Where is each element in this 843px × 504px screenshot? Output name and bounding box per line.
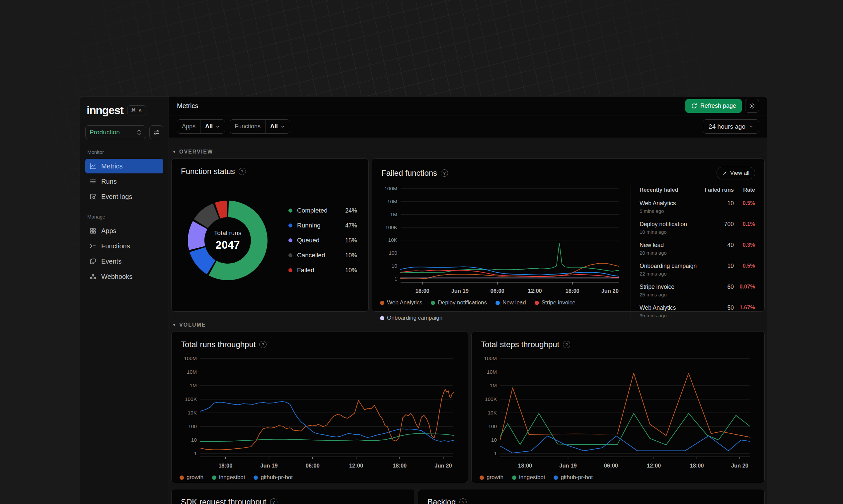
command-k-shortcut-badge[interactable]: ⌘ K — [127, 105, 146, 115]
legend-item[interactable]: growth — [179, 474, 204, 481]
failed-function-time: 10 mins ago — [639, 229, 703, 235]
svg-text:100: 100 — [389, 250, 397, 256]
sdk-request-throughput-card: SDK request throughput ? — [171, 489, 415, 504]
failed-function-time: 22 mins ago — [639, 271, 703, 276]
table-row[interactable]: Web Analytics 35 mins ago 50 1.67% — [639, 304, 755, 318]
sidebar-item-label: Metrics — [101, 162, 122, 170]
svg-text:Jun 20: Jun 20 — [731, 463, 749, 469]
help-icon[interactable]: ? — [270, 498, 277, 504]
legend-item[interactable]: Failed 10% — [288, 267, 357, 274]
card-title: Total steps throughput — [481, 340, 559, 349]
refresh-page-button[interactable]: Refresh page — [685, 99, 742, 113]
table-row[interactable]: Stripe invoice 25 mins ago 60 0.07% — [639, 284, 755, 298]
apps-filter[interactable]: Apps All — [177, 119, 225, 133]
legend-label: github-pr-bot — [561, 474, 592, 481]
legend-item[interactable]: Onboarding campaign — [380, 315, 443, 321]
help-icon[interactable]: ? — [459, 498, 467, 504]
legend-percent: 15% — [345, 237, 357, 244]
svg-text:18:00: 18:00 — [690, 463, 704, 469]
table-row[interactable]: Onboarding campaign 22 mins ago 10 0.5% — [639, 263, 755, 276]
collapse-triangle-icon[interactable]: ▾ — [173, 149, 175, 154]
svg-text:18:00: 18:00 — [218, 463, 232, 469]
legend-dot-icon — [288, 223, 292, 228]
sidebar-item-webhooks[interactable]: Webhooks — [85, 269, 163, 284]
table-row[interactable]: Web Analytics 5 mins ago 10 0.5% — [639, 200, 755, 214]
webhook-icon — [89, 273, 97, 280]
functions-filter[interactable]: Functions All — [230, 119, 290, 133]
svg-text:10M: 10M — [187, 369, 197, 375]
help-icon[interactable]: ? — [239, 168, 246, 175]
help-icon[interactable]: ? — [441, 169, 448, 177]
failed-runs-count: 40 — [703, 242, 734, 249]
svg-text:100M: 100M — [184, 356, 197, 361]
table-row[interactable]: Deploy notification 10 mins ago 700 0.1% — [639, 221, 755, 235]
column-header-rate: Rate — [734, 187, 755, 193]
sidebar-item-events[interactable]: Events — [85, 254, 163, 269]
refresh-page-label: Refresh page — [700, 103, 736, 109]
chart-line-icon — [89, 162, 97, 170]
volume-section-header: ▾ VOLUME — [173, 322, 763, 328]
svg-text:1M: 1M — [489, 383, 497, 388]
total-runs-throughput-card: Total runs throughput ? 11010010K100K1M1… — [171, 331, 468, 483]
table-row[interactable]: New lead 20 mins ago 40 0.3% — [639, 242, 755, 256]
donut-center-value: 2047 — [216, 239, 240, 251]
svg-text:1M: 1M — [390, 212, 397, 217]
legend-item[interactable]: inngestbot — [212, 474, 245, 481]
legend-dot-icon — [179, 475, 184, 480]
svg-text:10K: 10K — [487, 410, 497, 415]
sidebar-item-event-logs[interactable]: Event logs — [85, 189, 163, 204]
chevron-down-icon — [216, 124, 220, 129]
legend-item[interactable]: Completed 24% — [288, 207, 357, 214]
sidebar-item-functions[interactable]: Functions — [85, 239, 163, 253]
legend-item[interactable]: Queued 15% — [288, 237, 357, 244]
apps-filter-value: All — [205, 123, 213, 130]
top-bar: Metrics Refresh page — [169, 96, 767, 115]
failed-function-cell: Web Analytics 35 mins ago — [639, 304, 703, 318]
failed-function-cell: Onboarding campaign 22 mins ago — [639, 263, 703, 276]
legend-percent: 10% — [345, 267, 357, 274]
sidebar-item-metrics[interactable]: Metrics — [85, 159, 163, 174]
view-all-button[interactable]: View all — [717, 167, 755, 179]
sidebar-item-label: Functions — [101, 242, 130, 250]
legend-item[interactable]: inngestbot — [512, 474, 545, 481]
legend-label: github-pr-bot — [260, 474, 292, 481]
failed-rate: 0.5% — [734, 200, 755, 206]
settings-button[interactable] — [745, 99, 759, 113]
external-arrow-icon — [722, 171, 727, 176]
legend-item[interactable]: New lead — [496, 300, 526, 306]
app-window: inngest ⌘ K Production Monitor — [80, 96, 767, 504]
help-icon[interactable]: ? — [259, 341, 266, 348]
tune-sliders-icon — [153, 129, 160, 136]
failed-runs-count: 10 — [703, 200, 734, 207]
refresh-icon — [691, 103, 697, 109]
legend-item[interactable]: growth — [480, 474, 503, 481]
legend-item[interactable]: Deploy notifications — [431, 300, 486, 306]
chevron-down-icon — [749, 124, 753, 129]
legend-dot-icon — [554, 475, 558, 480]
failed-function-name: Web Analytics — [639, 304, 703, 311]
environment-select[interactable]: Production — [85, 125, 146, 139]
collapse-triangle-icon[interactable]: ▾ — [173, 323, 175, 327]
legend-item[interactable]: Running 47% — [288, 222, 357, 229]
legend-dot-icon — [380, 301, 384, 305]
failed-function-cell: Stripe invoice 25 mins ago — [639, 284, 703, 298]
table-header: Recently failed Failed runs Rate — [639, 187, 755, 193]
svg-text:18:00: 18:00 — [393, 463, 407, 469]
svg-text:10: 10 — [392, 263, 398, 269]
legend-item[interactable]: github-pr-bot — [254, 474, 292, 481]
environment-filter-button[interactable] — [149, 125, 163, 139]
time-range-select[interactable]: 24 hours ago — [703, 119, 759, 133]
legend-item[interactable]: github-pr-bot — [554, 474, 592, 481]
legend-item[interactable]: Web Analytics — [380, 300, 422, 306]
legend-item[interactable]: Cancelled 10% — [288, 252, 357, 259]
svg-text:06:00: 06:00 — [306, 463, 320, 469]
svg-text:Jun 20: Jun 20 — [434, 463, 452, 469]
overview-section-header: ▾ OVERVIEW — [173, 148, 763, 155]
failed-rate: 0.07% — [734, 284, 755, 290]
failed-function-name: Deploy notification — [639, 221, 703, 228]
legend-item[interactable]: Stripe invoice — [535, 300, 575, 306]
failed-function-cell: Deploy notification 10 mins ago — [639, 221, 703, 235]
sidebar-item-apps[interactable]: Apps — [85, 223, 163, 238]
sidebar-item-runs[interactable]: Runs — [85, 174, 163, 189]
help-icon[interactable]: ? — [563, 341, 570, 348]
